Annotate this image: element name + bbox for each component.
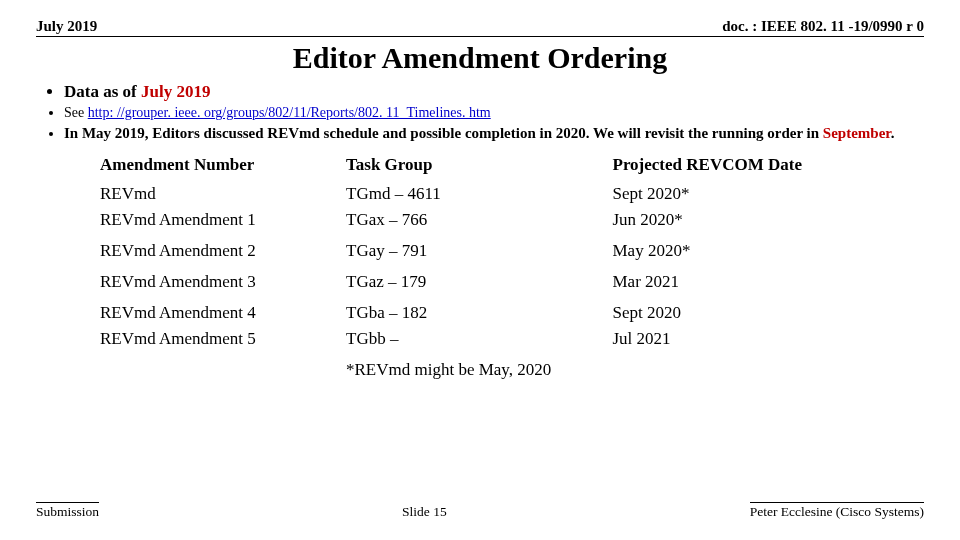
header-bar: July 2019 doc. : IEEE 802. 11 -19/0990 r… <box>36 18 924 37</box>
table-row: REVmd Amendment 5 TGbb – Jul 2021 <box>100 326 920 352</box>
table-footnote-row: *REVmd might be May, 2020 <box>100 352 920 383</box>
cell-amendment: REVmd Amendment 4 <box>100 295 346 326</box>
cell-revcom: Mar 2021 <box>613 264 921 295</box>
cell-taskgroup: TGay – 791 <box>346 233 613 264</box>
table-row: REVmd TGmd – 4611 Sept 2020* <box>100 181 920 207</box>
footer-left: Submission <box>36 502 99 520</box>
note-after: . <box>891 125 895 141</box>
table-row: REVmd Amendment 2 TGay – 791 May 2020* <box>100 233 920 264</box>
bullet-note: In May 2019, Editors discussed REVmd sch… <box>64 124 924 143</box>
footer: Submission Slide 15 Peter Ecclesine (Cis… <box>36 502 924 520</box>
timelines-link[interactable]: http: //grouper. ieee. org/groups/802/11… <box>88 105 491 120</box>
table-row: REVmd Amendment 4 TGba – 182 Sept 2020 <box>100 295 920 326</box>
note-accent: September <box>823 125 891 141</box>
amendment-table: Amendment Number Task Group Projected RE… <box>100 151 920 383</box>
cell-amendment: REVmd <box>100 181 346 207</box>
cell-taskgroup: TGax – 766 <box>346 207 613 233</box>
table-row: REVmd Amendment 1 TGax – 766 Jun 2020* <box>100 207 920 233</box>
footer-center: Slide 15 <box>99 504 750 520</box>
cell-amendment: REVmd Amendment 2 <box>100 233 346 264</box>
page-title: Editor Amendment Ordering <box>36 41 924 75</box>
bullet-see-prefix: See <box>64 105 88 120</box>
cell-revcom: May 2020* <box>613 233 921 264</box>
table-footnote: *REVmd might be May, 2020 <box>346 352 613 383</box>
note-before: In May 2019, Editors discussed REVmd sch… <box>64 125 823 141</box>
bullet-data-as-of: Data as of July 2019 <box>64 81 924 102</box>
bullet-text: Data as of <box>64 82 141 101</box>
cell-taskgroup: TGba – 182 <box>346 295 613 326</box>
th-taskgroup: Task Group <box>346 151 613 181</box>
header-date: July 2019 <box>36 18 97 35</box>
th-amendment: Amendment Number <box>100 151 346 181</box>
cell-amendment: REVmd Amendment 1 <box>100 207 346 233</box>
table-header-row: Amendment Number Task Group Projected RE… <box>100 151 920 181</box>
footer-right: Peter Ecclesine (Cisco Systems) <box>750 502 924 520</box>
cell-revcom: Jun 2020* <box>613 207 921 233</box>
bullet-list: Data as of July 2019 See http: //grouper… <box>36 81 924 143</box>
bullet-link: See http: //grouper. ieee. org/groups/80… <box>64 104 924 122</box>
table-row: REVmd Amendment 3 TGaz – 179 Mar 2021 <box>100 264 920 295</box>
cell-amendment: REVmd Amendment 3 <box>100 264 346 295</box>
th-revcom: Projected REVCOM Date <box>613 151 921 181</box>
cell-revcom: Sept 2020 <box>613 295 921 326</box>
cell-amendment: REVmd Amendment 5 <box>100 326 346 352</box>
cell-taskgroup: TGaz – 179 <box>346 264 613 295</box>
cell-revcom: Jul 2021 <box>613 326 921 352</box>
bullet-accent: July 2019 <box>141 82 210 101</box>
cell-taskgroup: TGbb – <box>346 326 613 352</box>
cell-revcom: Sept 2020* <box>613 181 921 207</box>
cell-taskgroup: TGmd – 4611 <box>346 181 613 207</box>
header-docref: doc. : IEEE 802. 11 -19/0990 r 0 <box>722 18 924 35</box>
